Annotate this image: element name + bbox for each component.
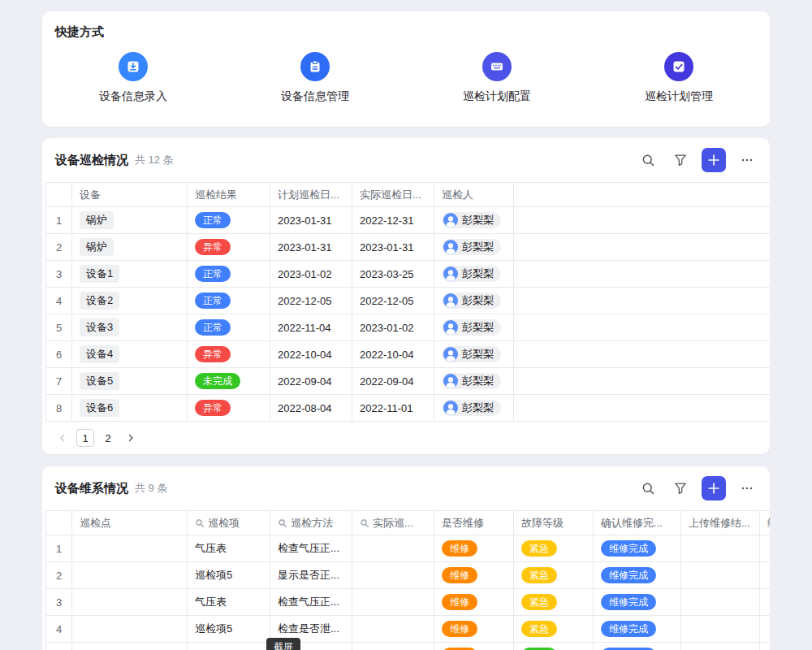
- cell-extra[interactable]: [760, 643, 770, 650]
- cell-actual-date[interactable]: 2023-01-02: [352, 314, 434, 340]
- cell-repair[interactable]: 维修: [434, 535, 514, 561]
- cell-actual-date[interactable]: 2022-12-05: [352, 288, 434, 314]
- cell-item[interactable]: 气压表: [188, 589, 270, 615]
- cell-upload[interactable]: [681, 616, 760, 642]
- shortcut-plan-manage[interactable]: 巡检计划管理: [588, 52, 770, 104]
- filter-icon[interactable]: [669, 149, 692, 171]
- cell-inspector[interactable]: 彭梨梨: [434, 368, 514, 394]
- cell-item[interactable]: 气压表: [188, 535, 270, 561]
- cell-device[interactable]: 设备3: [72, 314, 188, 340]
- filter-icon[interactable]: [669, 477, 692, 500]
- cell-device[interactable]: 设备4: [72, 341, 188, 367]
- cell-upload[interactable]: [681, 589, 760, 615]
- cell-plan-date[interactable]: 2023-01-31: [270, 207, 352, 233]
- cell-upload[interactable]: [681, 643, 760, 650]
- cell-point[interactable]: [72, 535, 188, 561]
- cell-upload[interactable]: [681, 562, 760, 588]
- cell-extra[interactable]: [760, 562, 770, 588]
- cell-method[interactable]: 显示是否正...: [270, 562, 352, 588]
- cell-result[interactable]: 正常: [188, 314, 270, 340]
- cell-actual-date[interactable]: 2023-01-31: [352, 234, 434, 260]
- cell-result[interactable]: 异常: [188, 234, 270, 260]
- cell-item[interactable]: 巡检项5: [188, 616, 270, 642]
- cell-extra[interactable]: [760, 589, 770, 615]
- cell-upload[interactable]: [681, 535, 760, 561]
- cell-result[interactable]: 正常: [188, 207, 270, 233]
- cell-inspector[interactable]: 彭梨梨: [434, 261, 514, 287]
- next-page-button[interactable]: [122, 429, 140, 447]
- cell-level[interactable]: 一般: [514, 643, 594, 650]
- page-number[interactable]: 2: [99, 429, 117, 447]
- cell-repair[interactable]: 维修: [434, 643, 514, 650]
- prev-page-button[interactable]: [54, 429, 71, 447]
- cell-plan-date[interactable]: 2022-09-04: [270, 368, 352, 394]
- cell-inspector[interactable]: 彭梨梨: [434, 207, 514, 233]
- cell-repair[interactable]: 维修: [434, 562, 514, 588]
- cell-device[interactable]: 锅炉: [72, 207, 188, 233]
- cell-repair[interactable]: 维修: [434, 616, 514, 642]
- cell-result[interactable]: 异常: [188, 395, 270, 421]
- cell-plan-date[interactable]: 2022-11-04: [270, 314, 352, 340]
- cell-result[interactable]: 正常: [188, 288, 270, 314]
- cell-device[interactable]: 锅炉: [72, 234, 188, 260]
- cell-confirm[interactable]: 维修完成: [594, 616, 681, 642]
- cell-actual-date[interactable]: 2023-03-25: [352, 261, 434, 287]
- cell-item[interactable]: 巡检项5: [188, 643, 270, 650]
- cell-actual[interactable]: [352, 643, 434, 650]
- more-icon[interactable]: [736, 477, 758, 500]
- search-icon[interactable]: [637, 477, 659, 500]
- cell-plan-date[interactable]: 2023-01-02: [270, 261, 352, 287]
- cell-result[interactable]: 正常: [188, 261, 270, 287]
- cell-inspector[interactable]: 彭梨梨: [434, 341, 514, 367]
- cell-plan-date[interactable]: 2022-10-04: [270, 341, 352, 367]
- shortcut-plan-config[interactable]: 巡检计划配置: [406, 52, 588, 104]
- cell-inspector[interactable]: 彭梨梨: [434, 288, 514, 314]
- cell-result[interactable]: 异常: [188, 341, 270, 367]
- search-icon[interactable]: [637, 149, 659, 171]
- cell-actual[interactable]: [352, 535, 434, 561]
- cell-device[interactable]: 设备1: [72, 261, 188, 287]
- cell-plan-date[interactable]: 2022-12-05: [270, 288, 352, 314]
- cell-point[interactable]: [72, 643, 188, 650]
- cell-confirm[interactable]: 维修完成: [594, 562, 681, 588]
- cell-plan-date[interactable]: 2022-08-04: [270, 395, 352, 421]
- more-icon[interactable]: [736, 149, 758, 171]
- cell-result[interactable]: 未完成: [188, 368, 270, 394]
- cell-actual[interactable]: [352, 562, 434, 588]
- cell-level[interactable]: 紧急: [514, 562, 594, 588]
- cell-device[interactable]: 设备2: [72, 288, 188, 314]
- page-number-current[interactable]: 1: [76, 429, 94, 447]
- cell-actual-date[interactable]: 2022-12-31: [352, 207, 434, 233]
- cell-inspector[interactable]: 彭梨梨: [434, 234, 514, 260]
- cell-confirm[interactable]: 维修完成: [594, 535, 681, 561]
- cell-actual-date[interactable]: 2022-09-04: [352, 368, 434, 394]
- shortcut-device-manage[interactable]: 设备信息管理: [224, 52, 406, 104]
- cell-method[interactable]: 检查气压正...: [270, 589, 352, 615]
- cell-confirm[interactable]: 维修完成: [594, 643, 681, 650]
- shortcut-device-entry[interactable]: 设备信息录入: [42, 52, 224, 104]
- cell-actual[interactable]: [352, 589, 434, 615]
- cell-level[interactable]: 紧急: [514, 616, 594, 642]
- cell-inspector[interactable]: 彭梨梨: [434, 314, 514, 340]
- cell-method[interactable]: 检查气压正...: [270, 535, 352, 561]
- cell-item[interactable]: 巡检项5: [188, 562, 270, 588]
- cell-device[interactable]: 设备6: [72, 395, 188, 421]
- cell-point[interactable]: [72, 616, 188, 642]
- cell-device[interactable]: 设备5: [72, 368, 188, 394]
- cell-actual-date[interactable]: 2022-10-04: [352, 341, 434, 367]
- cell-inspector[interactable]: 彭梨梨: [434, 395, 514, 421]
- cell-level[interactable]: 紧急: [514, 535, 594, 561]
- cell-plan-date[interactable]: 2023-01-31: [270, 234, 352, 260]
- cell-point[interactable]: [72, 589, 188, 615]
- cell-level[interactable]: 紧急: [514, 589, 594, 615]
- add-record-button[interactable]: [702, 148, 726, 172]
- cell-extra[interactable]: [760, 535, 770, 561]
- cell-point[interactable]: [72, 562, 188, 588]
- cell-extra[interactable]: [760, 616, 770, 642]
- cell-confirm[interactable]: 维修完成: [594, 589, 681, 615]
- add-record-button[interactable]: [702, 476, 726, 500]
- cell-actual[interactable]: [352, 616, 434, 642]
- cell-actual-date[interactable]: 2022-11-01: [352, 395, 434, 421]
- avatar: [443, 293, 458, 308]
- cell-repair[interactable]: 维修: [434, 589, 514, 615]
